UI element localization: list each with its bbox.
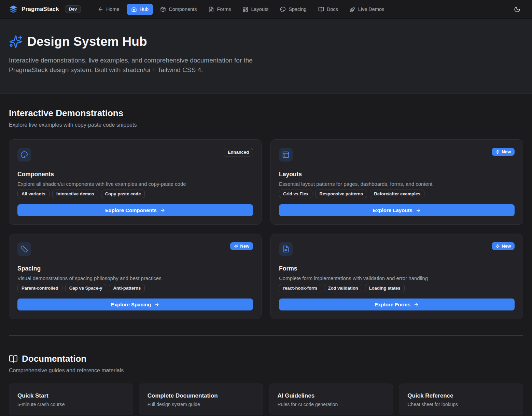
panels-top-left-icon <box>279 148 293 162</box>
doc-card-complete-documentation[interactable]: Complete Documentation Full design syste… <box>139 384 263 415</box>
nav-items: Home Hub Components Forms Layouts Spacin… <box>93 4 389 15</box>
demo-card-spacing: New Spacing Visual demonstrations of spa… <box>9 234 262 319</box>
button-label: Explore Spacing <box>111 302 151 307</box>
nav-item-label: Spacing <box>289 6 306 12</box>
doc-card-title: Complete Documentation <box>148 392 255 399</box>
sparkles-icon <box>495 150 500 154</box>
nav-item-label: Components <box>169 6 197 12</box>
tag: Grid vs Flex <box>279 190 312 198</box>
new-badge: New <box>492 148 515 156</box>
card-description: Visual demonstrations of spacing philoso… <box>17 275 253 281</box>
demos-heading: Interactive Demonstrations <box>9 108 523 119</box>
house-icon <box>131 6 137 12</box>
arrow-right-icon <box>160 208 165 213</box>
explore-components-button[interactable]: Explore Components <box>17 204 253 216</box>
nav-item-hub[interactable]: Hub <box>127 4 153 15</box>
sparkles-icon <box>9 35 23 48</box>
nav-item-label: Live Demos <box>358 6 384 12</box>
brand[interactable]: PragmaStack Dev <box>9 5 81 14</box>
ruler-icon <box>17 242 31 256</box>
doc-card-quick-start[interactable]: Quick Start 5-minute crash course <box>9 384 133 415</box>
demo-card-forms: New Forms Complete form implementations … <box>270 234 523 319</box>
palette-icon <box>17 148 31 162</box>
tag: Anti-patterns <box>109 284 145 292</box>
tag: Interactive demos <box>52 190 98 198</box>
tag: Copy-paste code <box>101 190 145 198</box>
card-title: Components <box>17 171 253 178</box>
doc-card-description: Full design system guide <box>148 402 255 407</box>
card-description: Essential layout patterns for pages, das… <box>279 181 515 187</box>
nav-item-live-demos[interactable]: Live Demos <box>345 4 389 15</box>
demos-subheading: Explore live examples with copy-paste co… <box>9 122 523 128</box>
explore-spacing-button[interactable]: Explore Spacing <box>17 299 253 310</box>
doc-card-description: Rules for AI code generation <box>278 402 385 407</box>
explore-forms-button[interactable]: Explore Forms <box>279 299 515 310</box>
arrow-right-icon <box>416 208 421 213</box>
nav-item-label: Layouts <box>251 6 268 12</box>
badge-label: New <box>502 149 511 154</box>
new-badge: New <box>492 242 515 250</box>
badge-label: New <box>240 244 249 249</box>
section-divider <box>9 335 523 336</box>
nav-item-docs[interactable]: Docs <box>314 4 342 15</box>
doc-card-title: Quick Start <box>17 392 125 399</box>
docs-section: Documentation Comprehensive guides and r… <box>9 353 523 416</box>
doc-card-quick-reference[interactable]: Quick Reference Cheat sheet for lookups <box>399 384 523 415</box>
page-subtitle: Interactive demonstrations, live example… <box>9 56 263 75</box>
demos-section: Interactive Demonstrations Explore live … <box>9 108 523 319</box>
nav-item-forms[interactable]: Forms <box>204 4 235 15</box>
docs-subheading: Comprehensive guides and reference mater… <box>9 368 523 374</box>
file-text-icon <box>279 242 293 256</box>
tag: Responsive patterns <box>315 190 367 198</box>
tag: Loading states <box>365 284 405 292</box>
card-title: Layouts <box>279 171 515 178</box>
doc-card-title: Quick Reference <box>407 392 515 399</box>
moon-icon <box>514 6 520 13</box>
dev-badge: Dev <box>65 5 81 13</box>
tag: Before/after examples <box>370 190 424 198</box>
nav-item-components[interactable]: Components <box>156 4 201 15</box>
tag: react-hook-form <box>279 284 321 292</box>
button-label: Explore Layouts <box>373 207 412 213</box>
nav-item-label: Hub <box>140 6 149 12</box>
layout-dashboard-icon <box>242 6 248 12</box>
sparkles-icon <box>234 244 238 248</box>
brand-name: PragmaStack <box>22 6 59 13</box>
badge-label: New <box>502 244 511 249</box>
arrow-left-icon <box>98 6 103 12</box>
palette-icon <box>280 6 286 12</box>
card-tags: All variants Interactive demos Copy-past… <box>17 190 253 198</box>
tag: Zod validation <box>324 284 362 292</box>
doc-card-description: Cheat sheet for lookups <box>407 402 515 407</box>
arrow-right-icon <box>154 302 159 307</box>
rocket-icon <box>350 6 355 12</box>
status-badge: Enhanced <box>224 148 253 156</box>
theme-toggle-button[interactable] <box>511 3 523 15</box>
nav-item-label: Forms <box>217 6 231 12</box>
button-label: Explore Components <box>105 207 157 213</box>
new-badge: New <box>230 242 253 250</box>
hero-section: Design System Hub Interactive demonstrat… <box>0 19 532 94</box>
nav-item-home[interactable]: Home <box>93 4 124 15</box>
doc-card-title: AI Guidelines <box>278 392 385 399</box>
tag: All variants <box>17 190 50 198</box>
package-icon <box>160 6 166 12</box>
demo-card-components: Enhanced Components Explore all shadcn/u… <box>9 139 262 225</box>
main-content: Interactive Demonstrations Explore live … <box>0 108 532 416</box>
demo-card-layouts: New Layouts Essential layout patterns fo… <box>270 139 523 225</box>
explore-layouts-button[interactable]: Explore Layouts <box>279 204 515 216</box>
doc-card-ai-guidelines[interactable]: AI Guidelines Rules for AI code generati… <box>269 384 393 415</box>
nav-item-layouts[interactable]: Layouts <box>238 4 273 15</box>
card-description: Complete form implementations with valid… <box>279 275 515 281</box>
book-open-icon <box>9 355 18 363</box>
nav-item-label: Home <box>106 6 120 12</box>
arrow-right-icon <box>414 302 419 307</box>
nav-item-spacing[interactable]: Spacing <box>276 4 311 15</box>
page-title: Design System Hub <box>27 34 147 49</box>
card-description: Explore all shadcn/ui components with li… <box>17 181 253 187</box>
sparkles-icon <box>495 244 500 248</box>
card-tags: Grid vs Flex Responsive patterns Before/… <box>279 190 515 198</box>
card-tags: react-hook-form Zod validation Loading s… <box>279 284 515 292</box>
demo-card-grid: Enhanced Components Explore all shadcn/u… <box>9 139 523 319</box>
button-label: Explore Forms <box>375 302 410 307</box>
